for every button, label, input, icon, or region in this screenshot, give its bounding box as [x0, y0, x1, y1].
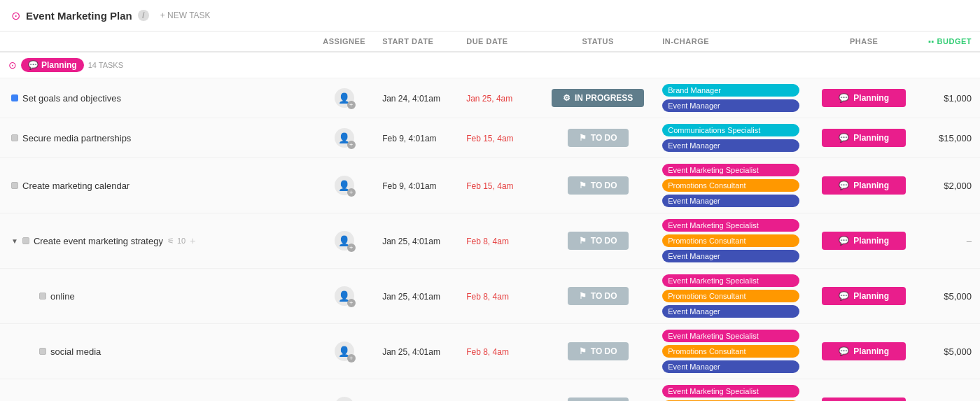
phase-badge[interactable]: 💬Planning — [822, 176, 906, 195]
incharge-badge[interactable]: Communications Specialist — [662, 124, 799, 136]
status-label: TO DO — [591, 346, 617, 356]
assignee-avatar[interactable]: 👤 — [335, 397, 354, 401]
task-status-dot — [22, 237, 29, 244]
due-date-cell: Feb 8, 4am — [458, 269, 542, 324]
incharge-badge[interactable]: Event Marketing Specialist — [662, 164, 799, 176]
task-status-dot — [11, 134, 18, 141]
project-header: ⊙ Event Marketing Plan i + NEW TASK — [0, 0, 980, 31]
phase-icon: 💬 — [839, 181, 849, 190]
start-date-cell: Jan 25, 4:01am — [374, 269, 458, 324]
incharge-badge[interactable]: Event Manager — [662, 195, 799, 207]
phase-badge[interactable]: 💬Planning — [822, 342, 906, 360]
start-date-text: Jan 25, 4:01am — [382, 237, 440, 246]
incharge-badge[interactable]: Event Marketing Specialist — [662, 219, 799, 232]
incharge-badge[interactable]: Event Manager — [662, 139, 799, 152]
avatar-person-icon: 👤 — [338, 346, 350, 357]
incharge-badge[interactable]: Event Manager — [662, 99, 799, 112]
phase-badge[interactable]: 💬Planning — [822, 232, 906, 250]
assignee-avatar[interactable]: 👤 — [335, 88, 354, 108]
start-date-cell: Jan 24, 4:01am — [374, 78, 458, 118]
phase-label: Planning — [853, 181, 889, 190]
col-task — [0, 31, 314, 52]
task-name-cell: Set goals and objectives — [11, 93, 306, 104]
task-text: social media — [50, 346, 101, 357]
start-date-cell: Jan 25, 4:01am — [374, 379, 458, 402]
status-badge[interactable]: ⚑TO DO — [568, 129, 629, 147]
task-status-dot — [39, 348, 46, 355]
due-date-cell: Jan 25, 4am — [458, 78, 542, 118]
assignee-avatar[interactable]: 👤 — [335, 176, 354, 195]
header-left: ⊙ Event Marketing Plan i + NEW TASK — [11, 8, 216, 22]
col-budget: ▪▪ BUDGET — [920, 31, 980, 52]
start-date-cell: Feb 9, 4:01am — [374, 118, 458, 158]
task-status-dot — [39, 293, 46, 300]
status-cell: ⚑TO DO — [542, 269, 654, 324]
status-badge[interactable]: ⚑TO DO — [568, 342, 629, 360]
phase-badge[interactable]: 💬Planning — [822, 89, 906, 107]
phase-cell: 💬Planning — [808, 213, 920, 269]
avatar-person-icon: 👤 — [338, 290, 350, 302]
phase-badge[interactable]: 💬Planning — [822, 129, 906, 147]
assignee-avatar[interactable]: 👤 — [335, 128, 354, 148]
table-row: Create marketing calendar👤Feb 9, 4:01amF… — [0, 158, 980, 213]
incharge-badge[interactable]: Event Manager — [662, 360, 799, 373]
status-icon: ⚑ — [579, 236, 587, 246]
phase-badge[interactable]: 💬Planning — [822, 287, 906, 305]
start-date-cell: Feb 9, 4:01am — [374, 158, 458, 213]
avatar-person-icon: 👤 — [338, 180, 350, 191]
collapse-icon[interactable]: ⊙ — [11, 9, 20, 22]
status-badge[interactable]: ⚑TO DO — [568, 176, 629, 195]
incharge-badges: Communications SpecialistEvent Manager — [662, 124, 799, 152]
incharge-badge[interactable]: Event Manager — [662, 305, 799, 318]
assignee-cell: 👤 — [314, 213, 374, 269]
incharge-badge[interactable]: Promotions Consultant — [662, 179, 799, 192]
due-date-cell: Feb 15, 4am — [458, 118, 542, 158]
status-badge[interactable]: ⚑TO DO — [568, 232, 629, 250]
children-count: ⚟ 10 — [167, 237, 186, 246]
due-date-text: Feb 15, 4am — [466, 181, 513, 191]
group-label[interactable]: 💬 Planning — [21, 58, 84, 72]
group-collapse-icon[interactable]: ⊙ — [8, 59, 17, 71]
task-text: Secure media partnerships — [22, 133, 131, 143]
incharge-cell: Brand ManagerEvent Manager — [654, 78, 808, 118]
group-chat-icon: 💬 — [28, 60, 38, 70]
phase-icon: 💬 — [839, 236, 849, 246]
incharge-badge[interactable]: Brand Manager — [662, 84, 799, 97]
task-text: Create event marketing strategy — [34, 236, 163, 246]
task-name-cell: online — [39, 291, 306, 302]
phase-cell: 💬Planning — [808, 324, 920, 379]
incharge-badges: Event Marketing SpecialistPromotions Con… — [662, 385, 799, 401]
incharge-badges: Event Marketing SpecialistPromotions Con… — [662, 274, 799, 318]
incharge-badge[interactable]: Promotions Consultant — [662, 290, 799, 302]
assignee-cell: 👤 — [314, 379, 374, 402]
phase-icon: 💬 — [839, 291, 849, 301]
incharge-badge[interactable]: Event Manager — [662, 250, 799, 262]
status-cell: ⚑TO DO — [542, 324, 654, 379]
assignee-avatar[interactable]: 👤 — [335, 286, 354, 306]
table-container: ASSIGNEE START DATE DUE DATE STATUS IN-C… — [0, 31, 980, 401]
phase-label: Planning — [853, 346, 889, 356]
expand-arrow-icon[interactable]: ▼ — [11, 237, 18, 245]
status-cell: ⚑TO DO — [542, 118, 654, 158]
status-label: IN PROGRESS — [575, 93, 633, 103]
incharge-badge[interactable]: Event Marketing Specialist — [662, 330, 799, 342]
status-badge[interactable]: ⚙IN PROGRESS — [552, 89, 644, 107]
status-label: TO DO — [591, 181, 617, 190]
incharge-badge[interactable]: Event Marketing Specialist — [662, 385, 799, 398]
assignee-avatar[interactable]: 👤 — [335, 342, 354, 361]
status-cell: ⚑TO DO — [542, 379, 654, 402]
assignee-avatar[interactable]: 👤 — [335, 231, 354, 251]
add-subtask-button[interactable]: + — [190, 235, 195, 246]
budget-cell: $15,000 — [920, 118, 980, 158]
incharge-cell: Event Marketing SpecialistPromotions Con… — [654, 213, 808, 269]
assignee-cell: 👤 — [314, 324, 374, 379]
phase-badge[interactable]: 💬Planning — [822, 398, 906, 401]
info-icon[interactable]: i — [138, 10, 149, 21]
incharge-badge[interactable]: Event Marketing Specialist — [662, 274, 799, 287]
due-date-text: Feb 8, 4am — [466, 292, 509, 302]
status-badge[interactable]: ⚑TO DO — [568, 287, 629, 305]
status-badge[interactable]: ⚑TO DO — [568, 398, 629, 401]
incharge-badge[interactable]: Promotions Consultant — [662, 345, 799, 358]
incharge-badge[interactable]: Promotions Consultant — [662, 234, 799, 247]
new-task-button[interactable]: + NEW TASK — [155, 8, 216, 22]
